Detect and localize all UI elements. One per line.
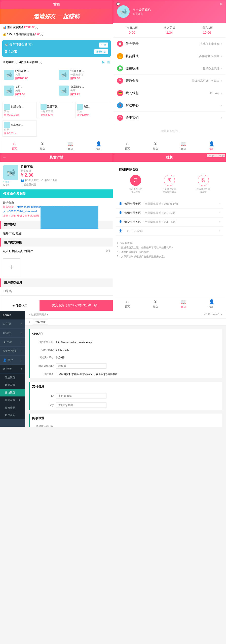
form-row: 普通阅读倒计时(秒)60 [30,423,222,427]
chevron-right-icon: › [221,67,222,70]
tab-首页[interactable]: ⌂首页 [113,139,141,153]
section-短信API: 短信API短信配置地址http://www.smsbao.com/openapi… [29,329,222,378]
menu-item-任务记录[interactable]: 📋任务记录完成任务拿奖励› [113,38,226,50]
small-task-item[interactable]: 收新老微...其他佣金100.00元 [3,102,36,118]
tab-active[interactable]: 接口设置 [33,319,48,325]
avatar[interactable]: 🐋 [117,5,130,18]
top-actions[interactable]: ccTuKu.com ⟳ ✕ [203,313,222,316]
subnav-我的设置[interactable]: 我的设置 ▾ [0,396,25,404]
tab-首页[interactable]: ⌂首页 [113,297,141,311]
menu-icon: ❓ [117,102,123,108]
accept-task-button[interactable]: 接受任务 [94,49,108,54]
member-level: 钻石会员 [133,12,151,16]
tab-挂机[interactable]: 📖挂机 [170,297,198,311]
tab-挂机[interactable]: 📖挂机 [57,139,85,153]
task-detail-screen: ← 悬赏详情 🐋 1883... ID:10 注册下载 悬赏金额 ¥ 2.30 … [0,153,113,311]
invite-banner[interactable]: 邀请好友 一起赚钱 [0,9,113,24]
input-验证码模板ID[interactable] [56,363,106,369]
hang-step-2[interactable]: 奖完成阅读可获得收益 [196,175,211,194]
profile-screen: 💬 ⚙ 🐋 点击设置昵称 钻石会员 今日总额0.00收入总额1.34提现总额10… [113,0,226,153]
chevron-right-icon: › [219,220,220,224]
task-item[interactable]: 注册下载...一起来养猪赚¥2.30 [58,68,110,82]
nav-用户[interactable]: 👤 用户 ▸ [0,356,25,365]
tab-精选[interactable]: ¥精选 [141,139,170,153]
gear-icon[interactable]: ⚙ [220,2,223,6]
tab-挂机[interactable]: 📖挂机 [170,139,198,153]
menu-item-收徒赚钱[interactable]: 💰收徒赚钱躺赚徒弟5%佣金› [113,50,226,62]
menu-icon: 📋 [117,41,123,47]
small-task-item[interactable]: 关注...关注佣金1.50元 [75,102,109,118]
input-key[interactable] [56,403,106,408]
tab-精选[interactable]: ¥精选 [28,139,57,153]
small-task-item[interactable]: 注册下载...一起来养猪佣金2.30元 [39,102,73,118]
nav-综合[interactable]: ≡ 综合 ▸ [0,329,25,338]
tab-我的[interactable]: 👤我的 [85,139,113,153]
admin-panel: Admin ⌂ 主页 ▸≡ 综合 ▸▲ 产品 ▸$ 业务/财务 ▸👤 用户 ▸⚙… [0,311,226,427]
input-ID[interactable] [56,393,106,398]
menu-item-我的钱包[interactable]: 💳我的钱包11.34元› [113,87,226,99]
small-task-item[interactable]: 分享朋友...分享佣金1.20元 [3,120,36,137]
form-row: 短信配置地址http://www.smsbao.com/openapi [30,339,222,346]
home-screen: 首页 邀请好友 一起赚钱 📊 累计发放奖金17388.38元 💰 175...9… [0,0,113,153]
subnav-网站设置[interactable]: 网站设置 [0,381,25,389]
tab-首页[interactable]: ⌂首页 [0,139,28,153]
chat-icon[interactable]: 💬 [116,2,120,6]
task-item[interactable]: 关注...关注赚¥1.50 [3,84,55,97]
nickname[interactable]: 点击设置昵称 [133,8,151,12]
task-name: 注册下载 [21,165,110,169]
admin-sidebar: Admin ⌂ 主页 ▸≡ 综合 ▸▲ 产品 ▸$ 业务/财务 ▸👤 用户 ▸⚙… [0,311,25,427]
section-支付信息: 支付信息IDkey [29,382,222,410]
whale-icon [4,70,14,80]
tab-我的[interactable]: 👤我的 [198,297,226,311]
menu-item-关于我们[interactable]: ⓘ关于我们› [113,112,226,124]
menu-item-帮助中心[interactable]: ❓帮助中心› [113,99,226,112]
nav-产品[interactable]: ▲ 产品 ▸ [0,338,25,347]
chevron-right-icon: › [221,79,222,83]
zone-item[interactable]: 👤普通会员专区 (文章浏览收益：0.01-0.1元)› [116,199,223,209]
zone-item[interactable]: 👤青铜会员专区 (文章浏览收益：0.1-0.3元)› [116,209,223,218]
tab-精选[interactable]: ¥精选 [141,297,170,311]
task-item[interactable]: 分享朋友...分享赚¥1.20 [58,84,110,97]
hang-step-0[interactable]: 开点击下方专区开始任务 [128,175,143,194]
hang-step-1[interactable]: 阅打开阅读文章进行有效阅读 [162,175,177,194]
chevron-right-icon: › [221,116,222,119]
back-icon[interactable]: ← [3,155,6,159]
chevron-right-icon: › [219,202,220,206]
chevron-right-icon: › [219,211,220,215]
admin-logo: Admin [0,311,25,319]
nav-业务/财务[interactable]: $ 业务/财务 ▸ [0,347,25,356]
menu-item-徒弟明细[interactable]: 💬徒弟明细徒弟数量统计› [113,62,226,75]
zone-item[interactable]: 👤 区：0.5-5元)› [116,227,223,236]
chevron-right-icon: › [221,42,222,46]
zone-item[interactable]: 👤黄金会员专区 (文章浏览收益：0.3-0.5元)› [116,218,223,227]
section-阅读设置: 阅读设置普通阅读倒计时(秒)60青铜阅读倒计时(秒)60黄金阅读倒计时(秒)60… [29,414,222,427]
refresh-button[interactable]: 换一批 [102,60,110,64]
menu-icon: ⓘ [117,115,123,121]
share-button[interactable]: 分享 [99,43,108,48]
subnav-修改密码[interactable]: 修改密码 [0,404,25,412]
tabbar: ⌂首页¥精选📖挂机👤我的 [0,139,113,153]
stat-收入总额[interactable]: 收入总额1.34 [151,26,188,34]
subnav-系统设置[interactable]: 系统设置 [0,374,25,381]
breadcrumb[interactable]: ≡ 站长源码测试 ▾ [29,313,48,316]
task-item[interactable]: 收新老微...其他赚¥100.00 [3,68,55,82]
subnav-程序更新[interactable]: 程序更新 [0,412,25,419]
nav-主页[interactable]: ⌂ 主页 ▸ [0,319,25,329]
menu-item-开通会员[interactable]: ¥开通会员等级越高可做任务越多› [113,75,226,87]
tab-我的[interactable]: 👤我的 [198,139,226,153]
task-entry-button[interactable]: ⊕ 任务入口 [0,300,40,311]
recent-reward: 💰 175...9分钟前获得赏金1.00元 [0,31,113,38]
menu-icon: 💰 [117,53,123,59]
menu-icon: 💳 [117,90,123,96]
header: ← 悬赏详情 [0,153,113,162]
tab-home[interactable]: ⌂ [29,320,30,323]
submit-button[interactable]: 提交悬赏（剩239小时59分钟56秒） [40,300,113,311]
id-input[interactable] [3,289,110,293]
nav-设置[interactable]: ⚙ 设置 ▾ [0,365,25,374]
stat-今日总额[interactable]: 今日总额0.00 [113,26,151,34]
upload-button[interactable]: + [3,258,20,276]
subnav-接口设置[interactable]: 接口设置 [0,389,25,396]
conditions-header: 领取条件及限制 [0,189,113,198]
stat-提现总额[interactable]: 提现总额10.00 [188,26,226,34]
form-row: 短信AppKey010915 [30,354,222,361]
